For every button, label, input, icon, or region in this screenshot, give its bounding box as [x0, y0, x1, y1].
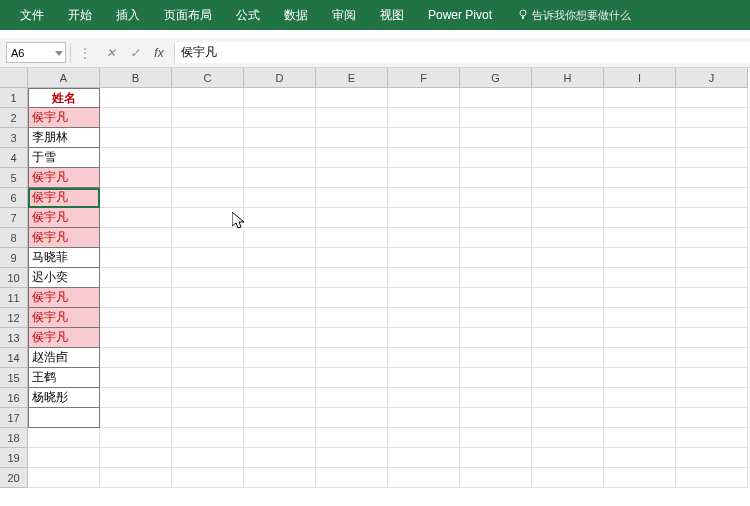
cell[interactable] — [316, 228, 388, 248]
cell[interactable] — [244, 248, 316, 268]
cell[interactable] — [460, 448, 532, 468]
column-header[interactable]: I — [604, 68, 676, 88]
formula-bar-options[interactable]: ⋮ — [75, 46, 96, 60]
row-header[interactable]: 10 — [0, 268, 28, 288]
name-box-dropdown-icon[interactable] — [55, 47, 63, 59]
cell[interactable] — [676, 348, 748, 368]
cell[interactable]: 姓名 — [28, 88, 100, 108]
cell[interactable] — [604, 448, 676, 468]
cell[interactable] — [532, 388, 604, 408]
cell[interactable] — [244, 88, 316, 108]
cell[interactable] — [244, 128, 316, 148]
column-header[interactable]: G — [460, 68, 532, 88]
row-header[interactable]: 8 — [0, 228, 28, 248]
row-header[interactable]: 13 — [0, 328, 28, 348]
cell[interactable] — [676, 288, 748, 308]
cell[interactable] — [388, 308, 460, 328]
cell[interactable] — [244, 108, 316, 128]
column-header[interactable]: E — [316, 68, 388, 88]
cell[interactable] — [676, 268, 748, 288]
name-box[interactable]: A6 — [6, 42, 66, 63]
cell[interactable] — [100, 168, 172, 188]
cell[interactable]: 侯宇凡 — [28, 288, 100, 308]
row-header[interactable]: 11 — [0, 288, 28, 308]
cell[interactable] — [604, 108, 676, 128]
row-header[interactable]: 1 — [0, 88, 28, 108]
cell[interactable] — [244, 428, 316, 448]
cell[interactable]: 侯宇凡 — [28, 188, 100, 208]
cell[interactable] — [316, 348, 388, 368]
cell[interactable] — [316, 208, 388, 228]
cell[interactable] — [460, 208, 532, 228]
cell[interactable] — [604, 348, 676, 368]
cell[interactable] — [316, 328, 388, 348]
spreadsheet-grid[interactable]: ABCDEFGHIJ 12345678910111213141516171819… — [0, 68, 750, 506]
cell[interactable] — [244, 408, 316, 428]
cell[interactable] — [388, 408, 460, 428]
cell[interactable] — [172, 228, 244, 248]
row-header[interactable]: 3 — [0, 128, 28, 148]
cell[interactable] — [244, 448, 316, 468]
cell[interactable] — [172, 168, 244, 188]
cell[interactable] — [172, 88, 244, 108]
fx-button[interactable]: fx — [150, 46, 168, 60]
cell[interactable] — [532, 468, 604, 488]
cell[interactable] — [532, 288, 604, 308]
cell[interactable]: 杨晓彤 — [28, 388, 100, 408]
cell[interactable] — [28, 408, 100, 428]
cell[interactable] — [604, 208, 676, 228]
cell[interactable] — [100, 248, 172, 268]
cell[interactable] — [244, 168, 316, 188]
cell[interactable] — [388, 288, 460, 308]
cell[interactable] — [172, 128, 244, 148]
cell[interactable] — [172, 208, 244, 228]
cell[interactable] — [172, 188, 244, 208]
cell[interactable] — [460, 328, 532, 348]
cell[interactable] — [316, 388, 388, 408]
cell[interactable] — [676, 428, 748, 448]
cell[interactable]: 侯宇凡 — [28, 208, 100, 228]
cell[interactable] — [388, 368, 460, 388]
cell[interactable] — [676, 188, 748, 208]
cell[interactable] — [604, 328, 676, 348]
cell[interactable] — [676, 88, 748, 108]
cell[interactable] — [244, 368, 316, 388]
cell[interactable]: 王鹤 — [28, 368, 100, 388]
cell[interactable] — [532, 188, 604, 208]
cell[interactable] — [532, 168, 604, 188]
cell[interactable] — [532, 368, 604, 388]
cell[interactable] — [460, 108, 532, 128]
cell[interactable] — [460, 368, 532, 388]
column-header[interactable]: C — [172, 68, 244, 88]
cell[interactable] — [388, 428, 460, 448]
cell[interactable] — [460, 148, 532, 168]
cell[interactable] — [172, 448, 244, 468]
cell[interactable] — [676, 368, 748, 388]
cell[interactable] — [244, 268, 316, 288]
cell[interactable] — [316, 268, 388, 288]
cancel-button[interactable]: ✕ — [102, 46, 120, 60]
cell[interactable] — [28, 428, 100, 448]
cell[interactable] — [100, 408, 172, 428]
cell[interactable] — [388, 388, 460, 408]
cell[interactable] — [388, 128, 460, 148]
cell[interactable] — [676, 148, 748, 168]
row-header[interactable]: 6 — [0, 188, 28, 208]
cell[interactable] — [460, 408, 532, 428]
cell[interactable] — [100, 128, 172, 148]
cell[interactable]: 于雪 — [28, 148, 100, 168]
cell[interactable] — [316, 308, 388, 328]
cell[interactable] — [604, 428, 676, 448]
tab-view[interactable]: 视图 — [368, 0, 416, 30]
cell[interactable] — [316, 148, 388, 168]
cell[interactable] — [388, 468, 460, 488]
cell[interactable] — [532, 248, 604, 268]
row-header[interactable]: 2 — [0, 108, 28, 128]
cell[interactable] — [676, 408, 748, 428]
cell[interactable] — [604, 88, 676, 108]
cell[interactable] — [532, 408, 604, 428]
cell[interactable] — [604, 408, 676, 428]
cell[interactable] — [316, 288, 388, 308]
cell[interactable]: 侯宇凡 — [28, 168, 100, 188]
row-header[interactable]: 9 — [0, 248, 28, 268]
